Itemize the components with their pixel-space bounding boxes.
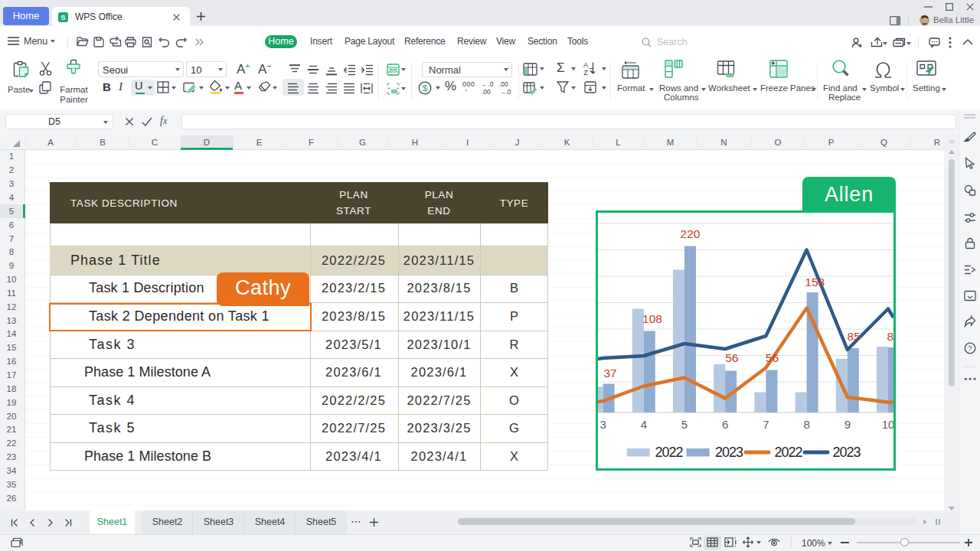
svg-text:37: 37 — [603, 367, 616, 380]
svg-text:8: 8 — [803, 418, 809, 431]
svg-text:2023: 2023 — [715, 445, 743, 460]
svg-text:5: 5 — [681, 418, 688, 431]
svg-text:4: 4 — [641, 418, 647, 431]
svg-text:A: A — [583, 61, 588, 69]
svg-text:220: 220 — [681, 227, 701, 240]
svg-text:Z: Z — [583, 69, 588, 77]
svg-text:108: 108 — [642, 312, 662, 325]
svg-text:$: $ — [423, 83, 428, 93]
svg-text:85: 85 — [848, 330, 861, 343]
svg-text:2023: 2023 — [833, 445, 861, 460]
svg-text:2022: 2022 — [655, 445, 684, 460]
svg-text:6: 6 — [722, 418, 728, 431]
svg-text:158: 158 — [805, 276, 825, 289]
svg-text:2022: 2022 — [775, 445, 803, 460]
svg-text:56: 56 — [725, 351, 738, 364]
svg-text:7: 7 — [763, 418, 769, 431]
svg-text:10: 10 — [882, 418, 895, 431]
svg-text:56: 56 — [766, 351, 779, 364]
svg-text:9: 9 — [844, 418, 851, 431]
svg-text:3: 3 — [599, 418, 606, 431]
svg-text:?: ? — [968, 344, 972, 352]
